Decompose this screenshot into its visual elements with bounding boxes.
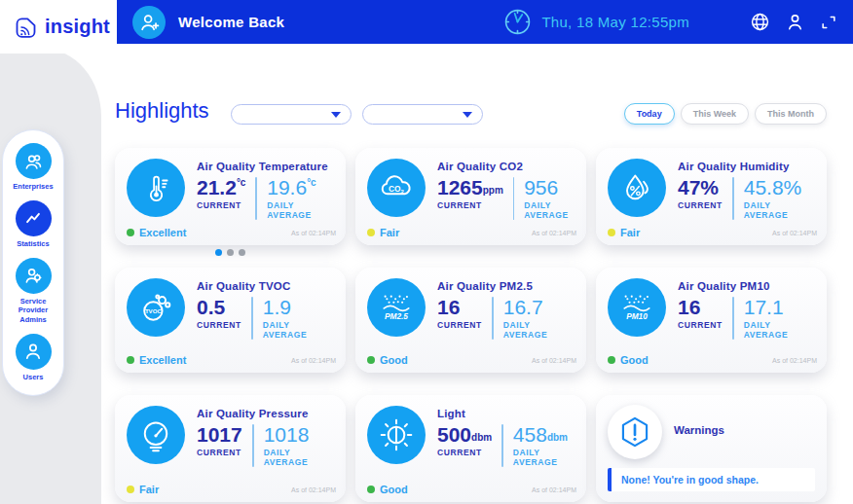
carousel-dot[interactable] (239, 249, 245, 256)
card-top: Air Quality Humidity 47% CURRENT 45.8% D… (608, 158, 815, 220)
chevron-down-icon (463, 112, 472, 118)
average-value: 1.9 (263, 296, 291, 318)
average-metric: 45.8% DAILY AVERAGE (744, 177, 815, 220)
card-body: Air Quality Humidity 47% CURRENT 45.8% D… (678, 158, 815, 220)
card-footer: Excellent As of 02:14PM (127, 354, 336, 366)
enterprises-icon (16, 143, 52, 179)
average-label: DAILY AVERAGE (744, 320, 815, 340)
metric-icon-circle (127, 159, 185, 217)
sidebar-nav: Enterprises Statistics Service Provider … (2, 129, 64, 396)
card-title: Air Quality PM2.5 (437, 280, 575, 292)
card-footer: Fair As of 02:14PM (367, 227, 576, 238)
warnings-message: None! You're in good shape. (608, 468, 815, 491)
tab-this-month[interactable]: This Month (755, 103, 827, 125)
top-header: Welcome Back Thu, 18 May 12:55pm (117, 0, 853, 44)
status-text: Good (620, 354, 649, 366)
as-of-timestamp: As of 02:14PM (772, 357, 817, 364)
account-button[interactable] (786, 13, 804, 31)
sidebar-item-label: Users (23, 373, 44, 382)
card-footer: Good As of 02:14PM (608, 354, 817, 366)
card-metrics: 47% CURRENT 45.8% DAILY AVERAGE (678, 177, 815, 220)
svg-text:PM10: PM10 (626, 311, 648, 321)
average-metric: 19.6°c DAILY AVERAGE (267, 177, 334, 220)
clock-icon (501, 6, 534, 38)
fullscreen-button[interactable] (820, 14, 837, 31)
card-body: Air Quality TVOC 0.5 CURRENT 1.9 DAILY A… (197, 277, 334, 340)
status-text: Excellent (139, 227, 186, 238)
card-title: Air Quality CO2 (437, 161, 575, 172)
sidebar-item-users[interactable]: Users (16, 334, 52, 382)
current-value: 500 (437, 423, 471, 446)
current-label: CURRENT (437, 320, 482, 330)
status-text: Good (380, 354, 408, 366)
status-text: Good (380, 484, 408, 495)
metric-card[interactable]: PM10 Air Quality PM10 16 CURRENT 17.1 DA… (596, 268, 827, 373)
current-value: 1265 (437, 176, 483, 198)
as-of-timestamp: As of 02:14PM (532, 230, 576, 236)
card-body: Air Quality PM10 16 CURRENT 17.1 DAILY A… (678, 277, 815, 340)
metric-divider (255, 177, 257, 220)
language-globe-button[interactable] (750, 12, 770, 32)
card-footer: Fair As of 02:14PM (127, 484, 336, 495)
filter-dropdown-2[interactable] (362, 104, 483, 125)
current-unit: ppm (483, 185, 503, 196)
card-top: PM2.5 Air Quality PM2.5 16 CURRENT 16.7 … (367, 277, 575, 340)
card-top: Air Quality Temperature 21.2°c CURRENT 1… (127, 158, 334, 220)
current-label: CURRENT (437, 200, 503, 210)
card-title: Air Quality Humidity (678, 161, 815, 172)
average-label: DAILY AVERAGE (513, 448, 575, 467)
profile-avatar-button[interactable] (132, 6, 166, 39)
metric-card[interactable]: Air Quality Temperature 21.2°c CURRENT 1… (115, 148, 346, 245)
metric-card[interactable]: CO 2 Air Quality CO2 1265ppm CURRENT 956… (355, 148, 586, 245)
metric-card[interactable]: Air Quality Pressure 1017 CURRENT 1018 D… (115, 395, 346, 502)
card-title: Air Quality Temperature (197, 161, 334, 172)
card-title: Light (437, 408, 575, 419)
card-top: Light 500dbm CURRENT 458dbm DAILY AVERAG… (367, 405, 575, 467)
current-value: 0.5 (197, 296, 225, 318)
average-label: DAILY AVERAGE (263, 320, 334, 340)
average-metric: 1018 DAILY AVERAGE (264, 424, 334, 467)
app-logo: insight (0, 0, 117, 54)
metric-divider (513, 177, 514, 220)
average-metric: 956 DAILY AVERAGE (524, 177, 575, 220)
average-value: 19.6 (267, 176, 307, 198)
current-metric: 16 CURRENT (437, 297, 482, 330)
metric-divider (732, 297, 734, 340)
status-text: Excellent (139, 354, 186, 366)
card-title: Air Quality Pressure (197, 408, 334, 419)
warnings-card[interactable]: Warnings None! You're in good shape. (596, 395, 827, 502)
metric-card[interactable]: Air Quality Humidity 47% CURRENT 45.8% D… (596, 148, 827, 245)
carousel-dot-active[interactable] (215, 249, 222, 256)
current-label: CURRENT (678, 200, 723, 210)
filter-dropdown-1[interactable] (231, 104, 352, 125)
status-badge: Good (367, 484, 408, 495)
carousel-dot[interactable] (227, 249, 234, 256)
average-value: 458 (513, 423, 547, 446)
metric-card[interactable]: TVOC Air Quality TVOC 0.5 CURRENT 1.9 DA… (115, 268, 346, 373)
pressure-icon (136, 415, 175, 454)
metric-card[interactable]: Light 500dbm CURRENT 458dbm DAILY AVERAG… (355, 395, 586, 502)
card-footer: Fair As of 02:14PM (608, 227, 817, 238)
card-title: Air Quality PM10 (678, 280, 815, 292)
average-value: 17.1 (744, 296, 784, 318)
status-dot (367, 486, 375, 493)
sidebar-item-statistics[interactable]: Statistics (16, 200, 52, 249)
sidebar-item-service-provider-admins[interactable]: Service Provider Admins (5, 258, 61, 325)
status-dot (367, 356, 375, 364)
status-dot (127, 356, 134, 364)
card-body: Air Quality Temperature 21.2°c CURRENT 1… (197, 158, 334, 220)
current-label: CURRENT (197, 320, 241, 330)
card-top: TVOC Air Quality TVOC 0.5 CURRENT 1.9 DA… (127, 277, 334, 340)
tab-today[interactable]: Today (624, 103, 675, 125)
average-label: DAILY AVERAGE (524, 200, 575, 220)
current-metric: 500dbm CURRENT (437, 424, 492, 457)
current-value: 16 (437, 296, 460, 318)
tab-this-week[interactable]: This Week (681, 103, 749, 125)
metric-card[interactable]: PM2.5 Air Quality PM2.5 16 CURRENT 16.7 … (355, 268, 586, 373)
current-label: CURRENT (437, 448, 492, 457)
status-dot (127, 229, 134, 236)
card-top: PM10 Air Quality PM10 16 CURRENT 17.1 DA… (608, 277, 815, 340)
card-body: Light 500dbm CURRENT 458dbm DAILY AVERAG… (437, 405, 575, 467)
sidebar-item-enterprises[interactable]: Enterprises (13, 143, 53, 192)
person-plus-icon (137, 11, 161, 34)
